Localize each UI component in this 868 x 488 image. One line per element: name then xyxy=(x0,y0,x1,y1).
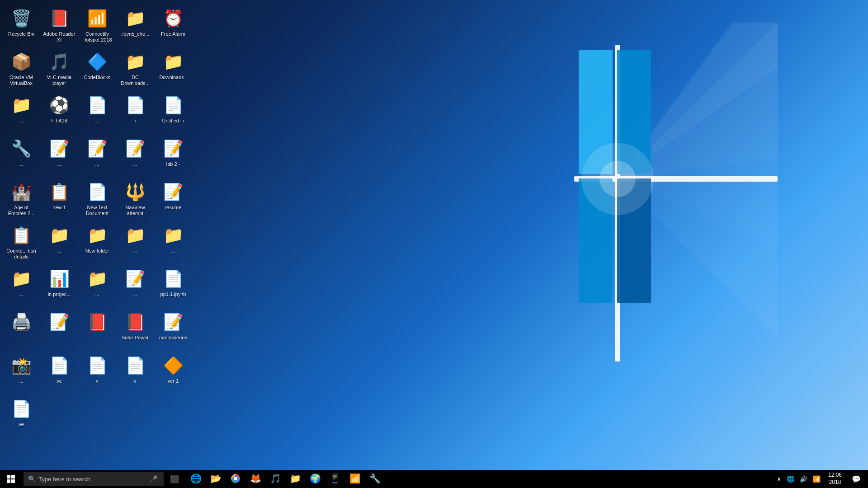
search-box[interactable]: 🔍 🎤 xyxy=(24,472,164,486)
taskbar-vlc[interactable]: 🎵 xyxy=(265,470,285,488)
desktop-icon-codeblocks[interactable]: 🔷CodeBlocks xyxy=(79,49,115,89)
task-view-button[interactable]: ⬛ xyxy=(165,470,184,488)
desktop-icon-printer[interactable]: 🖨️... xyxy=(3,309,39,350)
icon-label-folder2: ... xyxy=(19,291,23,297)
icon-label-navview: NavView attempt xyxy=(118,205,152,216)
icon-img-rr: 📄 xyxy=(124,94,146,116)
start-button[interactable] xyxy=(0,470,22,488)
desktop-icon-word2[interactable]: 📝... xyxy=(41,309,77,350)
desktop-icon-adobe-reader[interactable]: 📕Adobe Reader XI xyxy=(41,5,77,46)
taskbar-chrome[interactable] xyxy=(226,470,245,488)
desktop-icon-downloads[interactable]: 📁Downloads - xyxy=(155,49,191,89)
icon-img-printer: 🖨️ xyxy=(10,311,32,333)
icon-img-pp1: 📄 xyxy=(162,268,184,290)
desktop-icon-directx[interactable]: 🔧... xyxy=(3,136,39,176)
tray-volume[interactable]: 🔊 xyxy=(798,474,809,483)
desktop-icon-ve2[interactable]: 📄ve xyxy=(41,352,77,393)
taskbar-folder[interactable]: 📁 xyxy=(285,470,305,488)
desktop-icon-text-file[interactable]: 📄... xyxy=(79,92,115,133)
icon-label-dc-downloads: DC Downloads... xyxy=(118,75,152,86)
tray-network[interactable]: 🌐 xyxy=(785,474,796,483)
taskbar-file-explorer[interactable]: 📂 xyxy=(206,470,226,488)
desktop-icon-ve[interactable]: 📄ve xyxy=(3,396,39,436)
icon-label-ppt: in projec... xyxy=(48,291,71,297)
desktop-icon-folder1[interactable]: 📁... xyxy=(3,92,39,133)
icon-img-lab2: 📝 xyxy=(162,138,184,160)
desktop-icon-folder6[interactable]: 📁... xyxy=(155,222,191,263)
icon-img-ve: 📄 xyxy=(10,398,32,420)
desktop-icon-age-of-empires[interactable]: 🏰Age of Empires 2... xyxy=(3,179,39,220)
icon-img-ppt: 📊 xyxy=(48,268,70,290)
taskbar-app2[interactable]: 📱 xyxy=(325,470,345,488)
desktop-icon-ver1[interactable]: 🔶ver 1 xyxy=(155,352,191,393)
desktop-icon-ppt[interactable]: 📊in projec... xyxy=(41,266,77,306)
desktop-icon-resume[interactable]: 📝resume xyxy=(155,179,191,220)
icon-img-ve2: 📄 xyxy=(48,355,70,376)
taskbar-firefox[interactable]: 🦊 xyxy=(245,470,265,488)
desktop-icon-folder5[interactable]: 📁... xyxy=(117,222,153,263)
desktop-icon-oracle-vm[interactable]: 📦Oracle VM VirtualBox xyxy=(3,49,39,89)
icon-img-codeblocks: 🔷 xyxy=(86,51,108,73)
desktop-icon-navview[interactable]: 🔱NavView attempt xyxy=(117,179,153,220)
desktop-icon-untitled[interactable]: 📄Untitled in xyxy=(155,92,191,133)
svg-point-13 xyxy=(599,161,636,197)
desktop-icon-fifa18[interactable]: ⚽FIFA18 xyxy=(41,92,77,133)
icon-img-new-folder: 📁 xyxy=(86,225,108,246)
clock[interactable]: 12:06 2018 xyxy=(825,472,845,486)
icon-img-new1: 📋 xyxy=(48,181,70,203)
desktop-icon-new-folder[interactable]: 📁New folder xyxy=(79,222,115,263)
taskbar-tool[interactable]: 🔧 xyxy=(365,470,385,488)
desktop-icon-countdown[interactable]: 📋Countd... tion details xyxy=(3,222,39,263)
desktop-icon-word-doc[interactable]: 📝... xyxy=(41,136,77,176)
desktop-icon-free-alarm[interactable]: ⏰Free Alarm xyxy=(155,5,191,46)
icon-label-lab2: lab 2 - xyxy=(166,161,180,167)
icon-img-adobe-reader: 📕 xyxy=(48,8,70,29)
desktop-icon-new1[interactable]: 📋new 1 xyxy=(41,179,77,220)
icon-img-ver1: 🔶 xyxy=(162,355,184,376)
icon-img-text-file: 📄 xyxy=(86,94,108,116)
desktop-icon-nanoscience[interactable]: 📝nanoscience xyxy=(155,309,191,350)
desktop-icon-solar-power[interactable]: 📕Solar Power xyxy=(117,309,153,350)
desktop-icon-ipynb[interactable]: 📁.ipynb_che... xyxy=(117,5,153,46)
taskbar-app1[interactable]: 🌍 xyxy=(305,470,325,488)
icon-label-rr: rr xyxy=(133,118,137,124)
desktop-icon-folder3[interactable]: 📁... xyxy=(41,222,77,263)
search-input[interactable] xyxy=(38,476,150,483)
desktop-icon-ve4[interactable]: 📄v xyxy=(117,352,153,393)
icon-label-ve: ve xyxy=(19,422,24,427)
desktop-icon-new-text-doc[interactable]: 📄New Text Document xyxy=(79,179,115,220)
desktop-icon-pineapple[interactable]: 📸... xyxy=(3,352,39,393)
icon-label-oracle-vm: Oracle VM VirtualBox xyxy=(5,75,38,86)
desktop-icon-rr[interactable]: 📄rr xyxy=(117,92,153,133)
taskbar-wifi[interactable]: 📶 xyxy=(345,470,365,488)
icon-img-recycle-bin: 🗑️ xyxy=(10,8,32,29)
desktop-icon-folder2[interactable]: 📁... xyxy=(3,266,39,306)
desktop-icon-pp1[interactable]: 📄pp1.1.ipynb xyxy=(155,266,191,306)
icon-label-new-folder: New folder xyxy=(85,248,109,254)
tray-wifi[interactable]: 📶 xyxy=(811,474,822,483)
desktop-icon-connectify[interactable]: 📶Connectify Hotspot 2018 xyxy=(79,5,115,46)
desktop-icon-vlc[interactable]: 🎵VLC media player xyxy=(41,49,77,89)
clock-date: 2018 xyxy=(828,479,842,486)
icon-label-solar-power: Solar Power xyxy=(122,335,149,341)
icon-label-folder4: ... xyxy=(95,291,99,297)
desktop-icon-folder4[interactable]: 📁... xyxy=(79,266,115,306)
desktop-icon-word3[interactable]: 📝... xyxy=(79,136,115,176)
notification-button[interactable]: 💬 xyxy=(848,470,864,488)
icon-label-age-of-empires: Age of Empires 2... xyxy=(5,205,38,216)
desktop-icon-ve3[interactable]: 📄v xyxy=(79,352,115,393)
desktop-icon-pdf1[interactable]: 📕... xyxy=(79,309,115,350)
desktop-icon-dc-downloads[interactable]: 📁DC Downloads... xyxy=(117,49,153,89)
icon-label-text-file: ... xyxy=(95,118,99,124)
desktop-icon-word5[interactable]: 📝... xyxy=(117,266,153,306)
tray-expand[interactable]: ∧ xyxy=(775,474,783,483)
desktop-icon-lab2[interactable]: 📝lab 2 - xyxy=(155,136,191,176)
taskbar-edge[interactable]: 🌐 xyxy=(186,470,206,488)
icon-img-solar-power: 📕 xyxy=(124,311,146,333)
icon-label-pdf1: ... xyxy=(95,335,99,341)
icon-label-free-alarm: Free Alarm xyxy=(161,31,185,37)
desktop-icon-recycle-bin[interactable]: 🗑️Recycle Bin xyxy=(3,5,39,46)
icon-img-navview: 🔱 xyxy=(124,181,146,203)
icon-label-ve4: v xyxy=(134,378,137,384)
desktop-icon-word4[interactable]: 📝... xyxy=(117,136,153,176)
